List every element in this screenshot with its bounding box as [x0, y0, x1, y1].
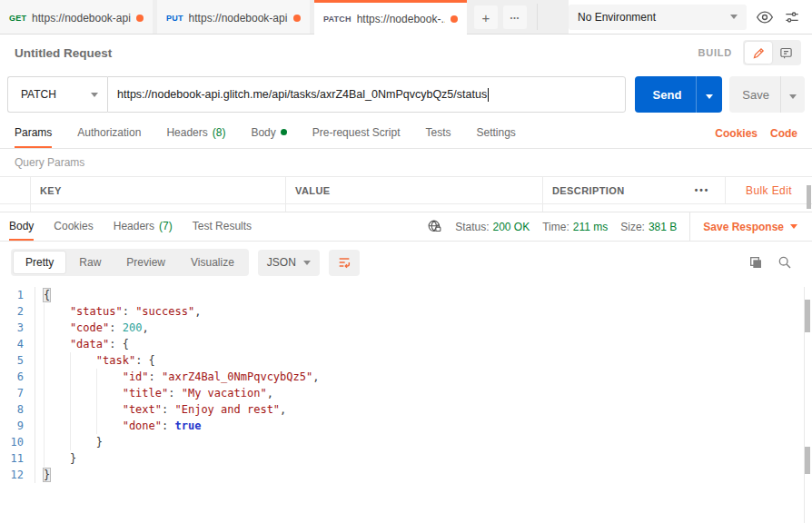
response-tab-cookies[interactable]: Cookies	[54, 212, 93, 241]
tab-label: Tests	[425, 126, 451, 139]
token-num: 200	[123, 321, 143, 334]
code-line: 4"data": {	[0, 336, 812, 352]
tab-settings[interactable]: Settings	[477, 118, 516, 148]
comments-button[interactable]	[772, 42, 799, 64]
environment-quick-look-button[interactable]	[756, 8, 774, 26]
url-text: https://nodebook-api.glitch.me/api/tasks…	[117, 88, 487, 101]
view-pretty[interactable]: Pretty	[13, 251, 66, 274]
token-p: :	[135, 354, 148, 367]
chevron-down-icon	[790, 224, 797, 229]
tab-params[interactable]: Params	[15, 118, 52, 148]
request-title[interactable]: Untitled Request	[15, 46, 112, 60]
tab-method-label: GET	[9, 14, 26, 23]
new-tab-button[interactable]: +	[474, 5, 498, 29]
cookies-link[interactable]: Cookies	[715, 127, 758, 140]
size-label: Size:	[620, 221, 645, 233]
response-tab-headers[interactable]: Headers (7)	[114, 212, 173, 241]
row-handle-cell	[0, 204, 31, 212]
method-selector[interactable]: PATCH	[7, 76, 107, 113]
token-p: :	[162, 419, 174, 432]
tab-label: Pre-request Script	[312, 126, 401, 139]
tab-authorization[interactable]: Authorization	[77, 118, 141, 148]
code-link[interactable]: Code	[770, 127, 797, 140]
view-raw[interactable]: Raw	[66, 251, 114, 274]
save-response-button[interactable]: Save Response	[689, 212, 803, 241]
line-content: "title": "My vacation",	[35, 385, 273, 401]
tab-url-label: https://nodebook-api...	[32, 12, 131, 25]
value-column-header[interactable]: VALUE	[286, 177, 543, 203]
tab-label: Test Results	[193, 220, 252, 232]
line-content: "status": "success",	[35, 303, 201, 320]
network-icon[interactable]	[427, 219, 442, 234]
response-scrollbar-thumb[interactable]	[805, 300, 810, 332]
sliders-icon	[783, 8, 801, 26]
tab-body[interactable]: Body	[251, 118, 286, 148]
token-p: ,	[194, 305, 201, 318]
tab-get-request[interactable]: GET https://nodebook-api...	[0, 0, 153, 34]
token-p: :	[109, 321, 122, 334]
response-tab-test-results[interactable]: Test Results	[193, 212, 252, 241]
bulk-edit-button[interactable]: Bulk Edit	[725, 177, 812, 203]
value-cell[interactable]	[286, 204, 543, 212]
pencil-icon	[752, 46, 766, 60]
page-scrollbar-thumb[interactable]	[807, 185, 811, 209]
wrap-lines-button[interactable]	[329, 250, 360, 276]
tab-url-label: https://nodebook-...	[357, 13, 445, 25]
indent-guide	[44, 418, 70, 434]
format-selector[interactable]: JSON	[258, 250, 320, 276]
comment-icon	[779, 46, 793, 60]
environment-selector[interactable]: No Environment	[569, 5, 747, 30]
token-k: "task"	[96, 354, 135, 367]
send-options-button[interactable]	[697, 88, 722, 102]
tab-patch-request-active[interactable]: PATCH https://nodebook-...	[314, 0, 467, 35]
description-column-header[interactable]: DESCRIPTION	[543, 177, 679, 203]
params-options-button[interactable]: •••	[679, 177, 725, 203]
format-label: JSON	[267, 256, 296, 269]
query-params-empty-row[interactable]	[0, 204, 812, 212]
send-button[interactable]: Send	[635, 76, 723, 113]
line-number: 11	[0, 450, 35, 467]
line-number: 6	[0, 369, 35, 385]
tab-label: Headers	[166, 126, 207, 139]
response-section-tabs: Body Cookies Headers (7) Test Results St…	[0, 212, 812, 242]
key-cell[interactable]	[31, 204, 286, 212]
response-code[interactable]: 1{2"status": "success",3"code": 200,4"da…	[0, 283, 812, 523]
text-cursor	[488, 88, 489, 102]
copy-button[interactable]	[748, 255, 763, 270]
tab-options-button[interactable]: •••	[503, 5, 527, 29]
indent-guide	[44, 303, 70, 320]
edit-mode-button[interactable]	[745, 42, 772, 64]
token-p: {	[123, 338, 129, 350]
tab-headers[interactable]: Headers (8)	[166, 118, 225, 148]
indent-guide	[96, 369, 123, 385]
token-p: :	[168, 387, 181, 400]
chevron-down-icon	[789, 94, 797, 99]
time-value: 211 ms	[573, 221, 608, 233]
tab-put-request[interactable]: PUT https://nodebook-api...	[157, 0, 310, 34]
token-p: }	[96, 436, 103, 449]
indent-guide	[96, 385, 123, 401]
view-visualize[interactable]: Visualize	[178, 251, 247, 274]
tab-tests[interactable]: Tests	[425, 118, 451, 148]
code-line: 10}	[0, 434, 812, 450]
response-tab-body[interactable]: Body	[9, 212, 34, 241]
environment-area: No Environment	[569, 0, 812, 35]
search-button[interactable]	[777, 255, 792, 270]
save-button[interactable]: Save	[729, 76, 805, 113]
response-scrollbar-thumb-2[interactable]	[805, 447, 810, 474]
indent-guide	[44, 401, 70, 418]
postman-app: GET https://nodebook-api... PUT https://…	[0, 0, 812, 523]
line-content: "task": {	[35, 352, 155, 369]
key-column-header[interactable]: KEY	[31, 177, 286, 203]
description-cell[interactable]	[543, 204, 679, 212]
tab-label: Headers	[114, 220, 154, 232]
query-params-title: Query Params	[0, 149, 812, 176]
settings-button[interactable]	[783, 8, 801, 26]
view-preview[interactable]: Preview	[114, 251, 178, 274]
token-k: "done"	[123, 419, 162, 432]
token-p: {	[149, 354, 155, 367]
tab-pre-request-script[interactable]: Pre-request Script	[312, 118, 401, 148]
save-options-button[interactable]	[781, 88, 805, 102]
url-input[interactable]: https://nodebook-api.glitch.me/api/tasks…	[107, 76, 626, 113]
request-links: Cookies Code	[715, 118, 797, 148]
